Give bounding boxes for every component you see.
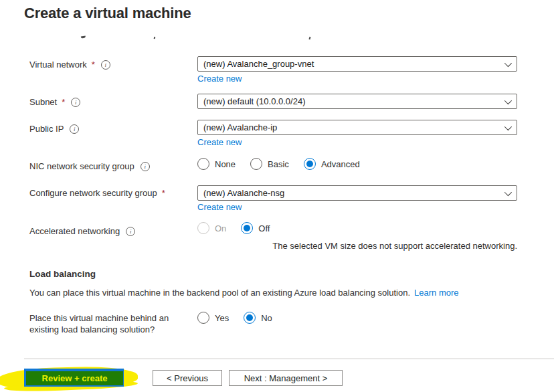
chevron-down-icon bbox=[504, 96, 512, 104]
radio-option-on: On bbox=[197, 222, 226, 234]
configure-nsg-label: Configure network security group* bbox=[29, 188, 165, 198]
radio-option-yes[interactable]: Yes bbox=[197, 312, 229, 324]
public-ip-create-new-link[interactable]: Create new bbox=[197, 137, 242, 147]
configure-nsg-create-new-link[interactable]: Create new bbox=[197, 202, 242, 212]
info-icon[interactable]: i bbox=[141, 162, 150, 171]
radio-icon[interactable] bbox=[197, 158, 209, 170]
radio-icon[interactable] bbox=[197, 312, 209, 324]
radio-selected-icon[interactable] bbox=[241, 222, 253, 234]
radio-option-off[interactable]: Off bbox=[241, 222, 270, 234]
required-marker: * bbox=[62, 97, 65, 107]
radio-option-none[interactable]: None bbox=[197, 158, 236, 170]
load-balancing-question: Place this virtual machine behind an exi… bbox=[29, 312, 193, 335]
load-balancing-description: You can place this virtual machine in th… bbox=[29, 288, 459, 298]
next-management-button[interactable]: Next : Management > bbox=[229, 370, 343, 386]
radio-option-no[interactable]: No bbox=[244, 312, 272, 324]
subnet-value: (new) default (10.0.0.0/24) bbox=[203, 96, 305, 106]
clipped-text-remnant bbox=[154, 37, 156, 39]
review-create-label: Review + create bbox=[42, 373, 108, 383]
public-ip-label: Public IP i bbox=[29, 124, 79, 134]
info-icon[interactable]: i bbox=[101, 60, 110, 70]
nic-nsg-radio-group: None Basic Advanced bbox=[197, 157, 375, 171]
chevron-down-icon bbox=[504, 122, 512, 130]
chevron-down-icon bbox=[504, 59, 512, 66]
chevron-down-icon bbox=[504, 188, 512, 195]
learn-more-link[interactable]: Learn more bbox=[414, 288, 458, 298]
accelerated-networking-label: Accelerated networking i bbox=[29, 226, 135, 236]
previous-button[interactable]: < Previous bbox=[153, 370, 222, 386]
subnet-label: Subnet* i bbox=[29, 97, 80, 107]
virtual-network-dropdown[interactable]: (new) Avalanche_group-vnet bbox=[197, 56, 517, 72]
virtual-network-value: (new) Avalanche_group-vnet bbox=[203, 59, 314, 69]
configure-nsg-dropdown[interactable]: (new) Avalanche-nsg bbox=[197, 185, 517, 201]
required-marker: * bbox=[92, 60, 95, 70]
subnet-dropdown[interactable]: (new) default (10.0.0.0/24) bbox=[197, 94, 517, 109]
virtual-network-label: Virtual network* i bbox=[29, 60, 110, 70]
clipped-text-remnant bbox=[308, 37, 310, 39]
configure-nsg-value: (new) Avalanche-nsg bbox=[203, 188, 284, 198]
load-balancing-heading: Load balancing bbox=[29, 269, 96, 279]
public-ip-dropdown[interactable]: (new) Avalanche-ip bbox=[197, 120, 517, 135]
load-balancing-radio-group: Yes No bbox=[197, 311, 287, 324]
radio-disabled-icon bbox=[197, 222, 209, 234]
required-marker: * bbox=[162, 188, 165, 198]
radio-selected-icon[interactable] bbox=[244, 312, 256, 324]
info-icon[interactable]: i bbox=[70, 124, 79, 134]
footer-divider bbox=[24, 359, 554, 359]
info-icon[interactable]: i bbox=[126, 227, 135, 236]
accelerated-networking-note: The selected VM size does not support ac… bbox=[272, 241, 517, 251]
radio-option-advanced[interactable]: Advanced bbox=[304, 158, 360, 170]
public-ip-value: (new) Avalanche-ip bbox=[203, 122, 277, 132]
create-vm-page: Create a virtual machine Virtual network… bbox=[0, 0, 554, 392]
radio-selected-icon[interactable] bbox=[304, 158, 316, 170]
nic-nsg-label: NIC network security group i bbox=[29, 161, 150, 171]
info-icon[interactable]: i bbox=[71, 98, 80, 107]
page-title: Create a virtual machine bbox=[24, 5, 191, 22]
accelerated-networking-radio-group: On Off bbox=[197, 221, 284, 235]
virtual-network-create-new-link[interactable]: Create new bbox=[197, 74, 242, 84]
clipped-text-remnant bbox=[81, 36, 86, 39]
radio-option-basic[interactable]: Basic bbox=[250, 158, 289, 170]
radio-icon[interactable] bbox=[250, 158, 262, 170]
review-create-button[interactable]: Review + create bbox=[24, 369, 124, 387]
